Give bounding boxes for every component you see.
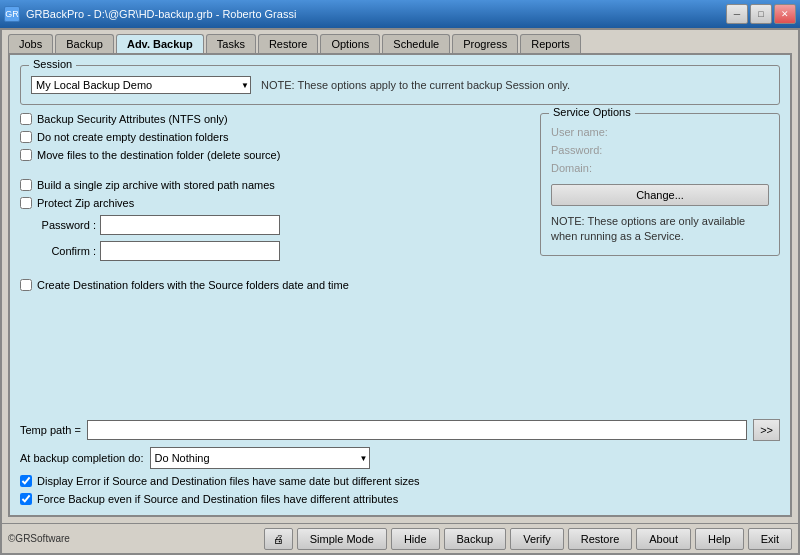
move-files-row: Move files to the destination folder (de…: [20, 149, 530, 161]
change-button[interactable]: Change...: [551, 184, 769, 206]
protect-zip-checkbox[interactable]: [20, 197, 32, 209]
tab-backup[interactable]: Backup: [55, 34, 114, 53]
simple-mode-button[interactable]: Simple Mode: [297, 528, 387, 550]
titlebar: GR GRBackPro - D:\@GR\HD-backup.grb - Ro…: [0, 0, 800, 28]
confirm-row: Confirm :: [36, 241, 530, 261]
display-error-checkbox[interactable]: [20, 475, 32, 487]
temp-path-row: Temp path = >>: [20, 419, 780, 441]
session-select-wrapper: My Local Backup Demo ▼: [31, 76, 251, 94]
window-title: GRBackPro - D:\@GR\HD-backup.grb - Rober…: [26, 8, 296, 20]
display-error-label[interactable]: Display Error if Source and Destination …: [37, 475, 420, 487]
maximize-button[interactable]: □: [750, 4, 772, 24]
session-select[interactable]: My Local Backup Demo: [31, 76, 251, 94]
service-note: NOTE: These options are only available w…: [551, 214, 769, 245]
single-zip-checkbox[interactable]: [20, 179, 32, 191]
app-icon: GR: [4, 6, 20, 22]
completion-label: At backup completion do:: [20, 452, 144, 464]
about-button[interactable]: About: [636, 528, 691, 550]
password-label: Password :: [36, 219, 96, 231]
session-note: NOTE: These options apply to the current…: [261, 79, 570, 91]
help-button[interactable]: Help: [695, 528, 744, 550]
force-backup-row: Force Backup even if Source and Destinat…: [20, 493, 780, 505]
service-domain-row: Domain:: [551, 162, 769, 174]
service-options-label: Service Options: [549, 106, 635, 118]
service-options-group: Service Options User name: Password: Dom…: [540, 113, 780, 256]
content-area: Session My Local Backup Demo ▼ NOTE: The…: [8, 53, 792, 517]
backup-security-checkbox[interactable]: [20, 113, 32, 125]
completion-select[interactable]: Do Nothing Shutdown Restart Hibernate St…: [150, 447, 370, 469]
verify-button[interactable]: Verify: [510, 528, 564, 550]
statusbar: ©GRSoftware 🖨 Simple Mode Hide Backup Ve…: [2, 523, 798, 553]
no-empty-folders-label[interactable]: Do not create empty destination folders: [37, 131, 228, 143]
single-zip-label[interactable]: Build a single zip archive with stored p…: [37, 179, 275, 191]
backup-security-label[interactable]: Backup Security Attributes (NTFS only): [37, 113, 228, 125]
service-password-label: Password:: [551, 144, 621, 156]
tab-bar: Jobs Backup Adv. Backup Tasks Restore Op…: [2, 30, 798, 53]
titlebar-left: GR GRBackPro - D:\@GR\HD-backup.grb - Ro…: [4, 6, 296, 22]
no-empty-folders-checkbox[interactable]: [20, 131, 32, 143]
backup-security-row: Backup Security Attributes (NTFS only): [20, 113, 530, 125]
single-zip-row: Build a single zip archive with stored p…: [20, 179, 530, 191]
close-button[interactable]: ✕: [774, 4, 796, 24]
session-group-label: Session: [29, 58, 76, 70]
tab-schedule[interactable]: Schedule: [382, 34, 450, 53]
restore-button[interactable]: Restore: [568, 528, 633, 550]
temp-path-input[interactable]: [87, 420, 747, 440]
main-window: Jobs Backup Adv. Backup Tasks Restore Op…: [0, 28, 800, 555]
create-dest-folders-checkbox[interactable]: [20, 279, 32, 291]
tab-jobs[interactable]: Jobs: [8, 34, 53, 53]
force-backup-label[interactable]: Force Backup even if Source and Destinat…: [37, 493, 398, 505]
service-username-label: User name:: [551, 126, 621, 138]
right-column: Service Options User name: Password: Dom…: [540, 113, 780, 411]
move-files-checkbox[interactable]: [20, 149, 32, 161]
confirm-label: Confirm :: [36, 245, 96, 257]
main-area: Backup Security Attributes (NTFS only) D…: [20, 113, 780, 411]
temp-browse-button[interactable]: >>: [753, 419, 780, 441]
protect-zip-label[interactable]: Protect Zip archives: [37, 197, 134, 209]
session-row: My Local Backup Demo ▼ NOTE: These optio…: [31, 76, 769, 94]
create-dest-folders-label[interactable]: Create Destination folders with the Sour…: [37, 279, 349, 291]
temp-path-label: Temp path =: [20, 424, 81, 436]
status-logo: ©GRSoftware: [8, 533, 70, 544]
tab-tasks[interactable]: Tasks: [206, 34, 256, 53]
display-error-row: Display Error if Source and Destination …: [20, 475, 780, 487]
tab-progress[interactable]: Progress: [452, 34, 518, 53]
password-input[interactable]: [100, 215, 280, 235]
force-backup-checkbox[interactable]: [20, 493, 32, 505]
exit-button[interactable]: Exit: [748, 528, 792, 550]
status-icon-button[interactable]: 🖨: [264, 528, 293, 550]
session-group: Session My Local Backup Demo ▼ NOTE: The…: [20, 65, 780, 105]
left-column: Backup Security Attributes (NTFS only) D…: [20, 113, 530, 411]
service-username-row: User name:: [551, 126, 769, 138]
tab-restore[interactable]: Restore: [258, 34, 319, 53]
tab-adv-backup[interactable]: Adv. Backup: [116, 34, 204, 53]
completion-select-wrapper: Do Nothing Shutdown Restart Hibernate St…: [150, 447, 370, 469]
hide-button[interactable]: Hide: [391, 528, 440, 550]
bottom-section: Temp path = >> At backup completion do: …: [20, 419, 780, 505]
titlebar-controls: ─ □ ✕: [726, 4, 796, 24]
service-domain-label: Domain:: [551, 162, 621, 174]
minimize-button[interactable]: ─: [726, 4, 748, 24]
service-password-row: Password:: [551, 144, 769, 156]
no-empty-folders-row: Do not create empty destination folders: [20, 131, 530, 143]
protect-zip-row: Protect Zip archives: [20, 197, 530, 209]
move-files-label[interactable]: Move files to the destination folder (de…: [37, 149, 280, 161]
create-dest-folders-row: Create Destination folders with the Sour…: [20, 279, 530, 291]
tab-reports[interactable]: Reports: [520, 34, 581, 53]
tab-options[interactable]: Options: [320, 34, 380, 53]
completion-row: At backup completion do: Do Nothing Shut…: [20, 447, 780, 469]
password-row: Password :: [36, 215, 530, 235]
confirm-input[interactable]: [100, 241, 280, 261]
backup-button[interactable]: Backup: [444, 528, 507, 550]
